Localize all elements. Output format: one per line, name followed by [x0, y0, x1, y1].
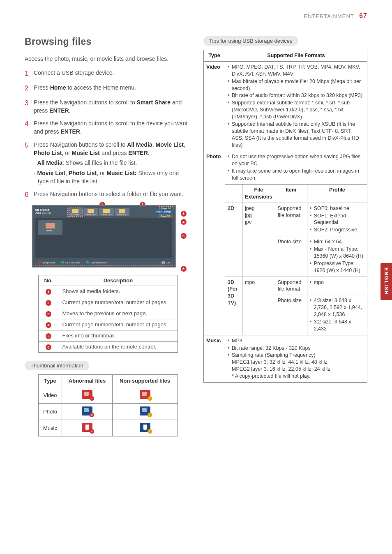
thumb-type: Music — [38, 420, 62, 436]
step-number: 3 — [25, 98, 34, 115]
photo-unsupported-icon: ! — [140, 406, 150, 416]
callout-6: 6 — [181, 266, 187, 272]
description-table: No.Description 1Shows all media folders.… — [38, 275, 178, 353]
mock-device: USB1 External — [35, 212, 51, 215]
step-body: Press Navigation buttons to scroll to Al… — [34, 141, 191, 185]
callout-3: 3 — [181, 211, 187, 217]
right-column: Tips for using USB storage devices Type … — [203, 36, 367, 436]
photo-bullets: Do not use the progressive option when s… — [228, 153, 364, 182]
mock-footer: Change device Go to root folder Go to up… — [35, 260, 173, 265]
thumb-type: Photo — [38, 403, 62, 420]
formats-table: Type Supported File Formats Video MPG, M… — [203, 50, 367, 383]
step-body: Connect a USB storage device. — [34, 69, 191, 79]
video-abnormal-icon: × — [82, 390, 92, 399]
left-column: Browsing files Access the photo, music, … — [25, 36, 191, 436]
mock-title: All Media — [35, 208, 51, 212]
step-number: 4 — [25, 119, 34, 136]
page-header: ENTERTAINMENT 67 — [25, 12, 367, 20]
ui-screenshot: 1 2 3 4 5 6 All Media USB1 External All … — [32, 205, 184, 268]
language-side-tab: ENGLISH — [380, 263, 392, 300]
page-title: Browsing files — [25, 36, 191, 47]
music-abnormal-icon: × — [82, 423, 92, 432]
photo-abnormal-icon: × — [82, 406, 92, 416]
video-unsupported-icon: ! — [140, 390, 150, 399]
step-number: 5 — [25, 141, 34, 185]
mock-page-change: Page Change — [154, 210, 173, 213]
page-number: 67 — [359, 12, 367, 19]
mock-page-indicator: Page 1/1 — [158, 214, 173, 218]
thumb-type: Video — [38, 387, 62, 403]
music-bullets: MP3 Bit rate range: 32 Kbps - 320 Kbps S… — [228, 337, 364, 380]
mock-tab: Photo List — [99, 208, 114, 216]
type-photo: Photo — [204, 151, 225, 335]
callout-5: 5 — [181, 233, 187, 239]
step-number: 2 — [25, 83, 34, 94]
step-body: Press the Navigation buttons to scroll t… — [34, 119, 191, 136]
photo-2d: 2D — [225, 203, 242, 277]
steps-list: 1 Connect a USB storage device. 2 Press … — [25, 69, 191, 200]
mock-drive: Drive 1 — [38, 220, 62, 235]
type-music: Music — [204, 335, 225, 382]
video-bullets: MPG, MPEG, DAT, TS, TRP, TP, VOB, MP4, M… — [228, 64, 364, 149]
mock-page-indicator: Page 1/1 — [159, 207, 173, 210]
step-body: Press Home to access the Home menu. — [34, 83, 191, 94]
step-number: 1 — [25, 69, 34, 79]
type-video: Video — [204, 61, 225, 151]
step-number: 6 — [25, 190, 34, 200]
step-body: Press Navigation buttons to select a fol… — [34, 190, 191, 200]
step-body: Press the Navigation buttons to scroll t… — [34, 98, 191, 115]
thumbnail-table: Type Abnormal files Non-supported files … — [38, 374, 178, 436]
sub-item: - Movie List, Photo List, or Music List:… — [34, 169, 191, 186]
mock-tab: All Media — [68, 208, 83, 216]
mock-tab: Music List — [115, 208, 129, 216]
sub-item: - All Media: Shows all files in the file… — [34, 159, 191, 167]
intro-text: Access the photo, music, or movie lists … — [25, 55, 191, 63]
callout-4: 4 — [181, 219, 187, 225]
music-unsupported-icon: ! — [140, 423, 150, 432]
section-name: ENTERTAINMENT — [304, 13, 354, 19]
mock-tab: Movie List — [83, 208, 98, 216]
tips-pill: Tips for using USB storage devices — [203, 36, 298, 46]
thumbnail-info-pill: Thumbnail information — [25, 361, 89, 370]
photo-3d: 3D (For 3D TV) — [225, 277, 242, 335]
